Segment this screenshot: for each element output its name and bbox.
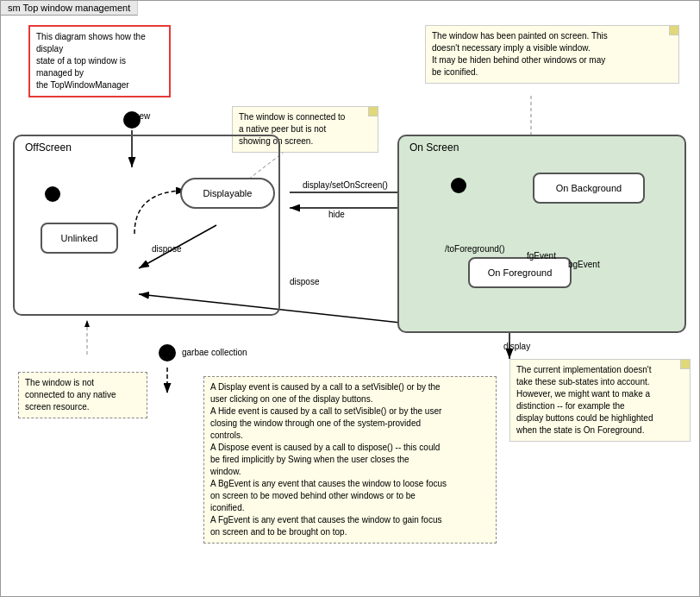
new-label: new [134, 111, 150, 121]
note-bottom-left-text: The window is not connected to any nativ… [25, 378, 116, 412]
note-top-right: The window has been painted on screen. T… [425, 25, 679, 84]
note-bottom-right-text: The current implementation doesn't take … [516, 365, 653, 435]
fg-event-label: fgEvent [527, 251, 556, 261]
note-bottom-center-text: A Display event is caused by a call to a… [210, 382, 447, 537]
bg-event-label: bgEvent [568, 260, 600, 269]
display-set-label: display/setOnScreen() [303, 180, 388, 190]
unlinked-pseudo [45, 186, 60, 202]
garbage-label: garbae collection [182, 348, 247, 357]
garbage-pseudo [159, 344, 176, 361]
onscreen-label: On Screen [409, 141, 459, 154]
unlinked-state: Unlinked [41, 223, 118, 254]
diagram-container: sm Top window management [0, 0, 700, 597]
displayable-label: Displayable [203, 188, 253, 198]
on-background-label: On Background [556, 183, 622, 193]
onscreen-pseudo [451, 178, 466, 193]
offscreen-state: OffScreen Unlinked [13, 135, 280, 316]
dispose1-label: dispose [152, 244, 181, 254]
title-bar: sm Top window management [1, 1, 138, 16]
on-foreground-label: On Foreground [488, 267, 553, 278]
to-foreground-label: /toForeground() [445, 244, 504, 254]
displayable-state: Displayable [180, 178, 275, 209]
display2-label: display [503, 342, 530, 351]
note-bottom-right: The current implementation doesn't take … [509, 359, 691, 442]
on-foreground-state: On Foreground [468, 257, 572, 288]
note-top-right-text: The window has been painted on screen. T… [432, 31, 608, 77]
onscreen-state: On Screen On Background On Foreground [397, 135, 686, 333]
dispose2-label: dispose [290, 277, 319, 286]
offscreen-label: OffScreen [25, 141, 72, 154]
on-background-state: On Background [533, 173, 645, 204]
hide-label: hide [328, 210, 345, 219]
unlinked-label: Unlinked [61, 233, 98, 243]
note-bottom-center: A Display event is caused by a call to a… [203, 376, 497, 544]
note-top-left: This diagram shows how the display state… [28, 25, 171, 97]
note-top-left-text: This diagram shows how the display state… [36, 32, 146, 90]
note-bottom-left: The window is not connected to any nativ… [18, 372, 147, 418]
title-text: sm Top window management [8, 3, 130, 13]
